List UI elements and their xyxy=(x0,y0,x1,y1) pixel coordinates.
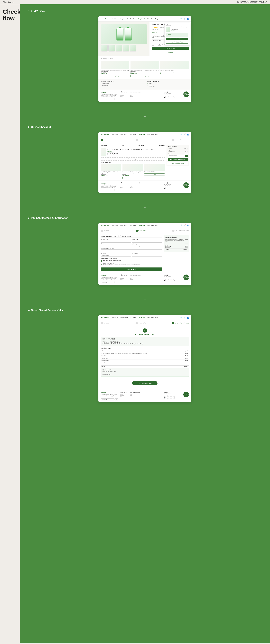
nav-link-blog[interactable]: Blog xyxy=(155,18,158,20)
user-icon-2[interactable]: 👤 xyxy=(187,134,189,136)
qty-increase-btn[interactable]: + xyxy=(158,43,161,46)
view-cart-btn[interactable]: XEM TẤT CẢ GIỎ HÀNG ▶ xyxy=(168,162,188,165)
cart-qty-increase[interactable]: + xyxy=(112,153,113,154)
form-input-email[interactable] xyxy=(132,254,162,256)
form-input-ward[interactable] xyxy=(101,254,131,256)
google-icon-4[interactable]: G xyxy=(173,396,175,398)
search-icon-3[interactable]: 🔍 xyxy=(180,224,183,226)
related-add-btn-2[interactable]: Thêm xyxy=(160,72,189,74)
nav-link-4-new[interactable]: Sản phẩm mới xyxy=(120,317,128,318)
instagram-icon-4[interactable]: 📷 xyxy=(164,396,166,398)
nav-link-3-blog[interactable]: Blog xyxy=(155,225,158,226)
buy-now-button[interactable]: Mua ngay xyxy=(152,51,189,54)
related-add-btn-0[interactable]: Thêm vào giỏ hàng xyxy=(101,75,129,77)
nav-link-4-products[interactable]: Sản phẩm xyxy=(130,317,136,318)
footer-subscribe-btn-4[interactable]: → xyxy=(115,398,118,400)
form-input-district[interactable] xyxy=(132,245,162,247)
user-icon[interactable]: 👤 xyxy=(187,18,189,20)
view-more-products-btn[interactable]: Tải thêm các sản phẩm xyxy=(101,158,165,160)
footer-link-faqs-4[interactable]: FAQs xyxy=(120,396,127,397)
user-icon-4[interactable]: 👤 xyxy=(187,317,189,319)
footer-email-input-1[interactable] xyxy=(101,98,114,100)
footer-link-home-3[interactable]: Home xyxy=(120,276,127,278)
footer-link-faqs[interactable]: FAQs xyxy=(120,96,127,97)
footer-link-home-4[interactable]: Home xyxy=(120,394,127,395)
footer-subscribe-btn-1[interactable]: → xyxy=(115,98,118,100)
linkedin-icon[interactable]: in xyxy=(170,96,172,98)
cart-icon-2[interactable]: 🛒 xyxy=(184,134,186,136)
related-add-btn-1[interactable]: Thêm vào giỏ hàng xyxy=(130,75,159,77)
thumb-3[interactable] xyxy=(116,45,122,52)
nav-link-2-blog[interactable]: Blog xyxy=(155,134,158,135)
footer-link-faqs-2[interactable]: FAQs xyxy=(120,187,127,188)
footer-link-policy-4[interactable]: Policy xyxy=(130,395,140,396)
thumb-1[interactable] xyxy=(101,45,108,52)
form-input-name[interactable] xyxy=(101,240,131,242)
instagram-icon-3[interactable]: 📷 xyxy=(164,279,166,282)
footer-subscribe-btn-2[interactable]: → xyxy=(115,189,118,191)
cart-icon-3[interactable]: 🛒 xyxy=(184,224,186,226)
cart-icon[interactable]: 🛒 xyxy=(184,18,186,20)
footer-email-input-2[interactable] xyxy=(101,189,114,191)
nav-link-intro[interactable]: Giới thiệu xyxy=(112,18,118,20)
nav-link-3-products[interactable]: Sản phẩm xyxy=(130,225,136,226)
google-icon-2[interactable]: G xyxy=(173,187,175,189)
footer-email-input-3[interactable] xyxy=(101,281,114,283)
footer-link-payment-4[interactable]: Payment xyxy=(130,396,140,397)
nav-link-4-ingredients[interactable]: Thành phần xyxy=(147,317,154,318)
footer-link-payment-3[interactable]: Payment xyxy=(130,279,140,280)
nav-link-3-ingredients[interactable]: Thành phần xyxy=(147,225,154,226)
search-icon-4[interactable]: 🔍 xyxy=(180,317,183,319)
search-icon[interactable]: 🔍 xyxy=(180,18,183,20)
linkedin-icon-3[interactable]: in xyxy=(170,279,172,282)
back-to-home-button[interactable]: QUAY VỀ TRANG CHỦ xyxy=(132,381,158,386)
place-order-btn[interactable]: ĐẶT HÀNG NGAY xyxy=(101,268,162,271)
nav-link-ingredients[interactable]: Thành phần xyxy=(147,18,154,20)
qty-decrease-btn[interactable]: − xyxy=(152,43,154,46)
footer-subscribe-btn-3[interactable]: → xyxy=(115,281,118,283)
footer-link-policy-3[interactable]: Policy xyxy=(130,278,140,279)
google-icon-3[interactable]: G xyxy=(173,279,175,282)
linkedin-icon-4[interactable]: in xyxy=(170,396,172,398)
footer-link-home-2[interactable]: Home xyxy=(120,184,127,185)
nav-link-4-blog[interactable]: Blog xyxy=(155,317,158,318)
payment-method-cod[interactable]: Giao Hàng Và Thu Tiền Tặc Khi Nhận xyxy=(101,260,162,262)
footer-link-policy-2[interactable]: Policy xyxy=(130,186,140,186)
nav-link-3-promo[interactable]: Khuyến mãi xyxy=(138,225,145,226)
form-input-address[interactable] xyxy=(101,250,162,252)
instagram-icon-2[interactable]: 📷 xyxy=(164,187,166,189)
facebook-icon[interactable]: f xyxy=(167,96,169,98)
search-icon-2[interactable]: 🔍 xyxy=(180,134,183,136)
facebook-icon-4[interactable]: f xyxy=(167,396,169,398)
checkout-main-btn[interactable]: Thanh toán tới GIẢM GIẢM với ▼ xyxy=(168,158,188,161)
nav-link-2-ingredients[interactable]: Thành phần xyxy=(147,134,154,135)
radio-cod[interactable] xyxy=(101,260,102,262)
thumb-5[interactable] xyxy=(130,45,136,52)
user-icon-3[interactable]: 👤 xyxy=(187,224,189,226)
facebook-icon-2[interactable]: f xyxy=(167,187,169,189)
footer-email-input-4[interactable] xyxy=(101,398,114,400)
cart-related-btn-1[interactable]: Thêm vào giỏ hàng xyxy=(122,177,143,179)
thumb-2[interactable] xyxy=(108,45,115,52)
nav-link-2-new[interactable]: Sản phẩm mới xyxy=(120,134,128,135)
linkedin-icon-2[interactable]: in xyxy=(170,187,172,189)
google-icon[interactable]: G xyxy=(173,96,175,98)
nav-link-4-promo[interactable]: Khuyến mãi xyxy=(138,317,145,318)
form-input-phone[interactable] xyxy=(132,240,162,242)
thumb-4[interactable] xyxy=(123,45,129,52)
footer-link-home[interactable]: Home xyxy=(120,94,127,94)
footer-link-features-2[interactable]: Features xyxy=(120,186,127,186)
nav-link-3-intro[interactable]: Giới thiệu xyxy=(112,225,118,226)
nav-link-3-new[interactable]: Sản phẩm mới xyxy=(120,225,128,226)
form-input-province[interactable] xyxy=(101,245,131,247)
footer-link-features-4[interactable]: Features xyxy=(120,395,127,396)
cart-icon-4[interactable]: 🛒 xyxy=(184,317,186,319)
footer-link-privacy[interactable]: Privacy xyxy=(130,94,140,94)
payment-method-online[interactable]: Thanh Toán Trực Tuyến Tải đã kiêm tra đú… xyxy=(101,263,162,265)
footer-link-privacy-2[interactable]: Privacy xyxy=(130,184,140,185)
nav-link-2-intro[interactable]: Giới thiệu xyxy=(112,134,118,135)
footer-link-privacy-4[interactable]: Privacy xyxy=(130,394,140,395)
footer-link-payment[interactable]: Payment xyxy=(130,96,140,97)
footer-link-policy[interactable]: Policy xyxy=(130,95,140,96)
facebook-icon-3[interactable]: f xyxy=(167,279,169,282)
